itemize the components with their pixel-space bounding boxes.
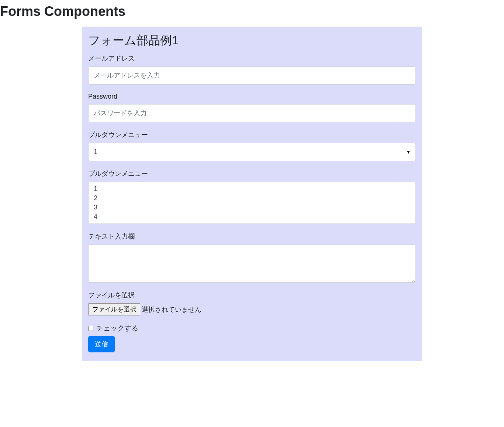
password-label: Password xyxy=(88,93,416,100)
select-multiple-option[interactable]: 3 xyxy=(89,203,415,212)
file-group: ファイルを選択 ファイルを選択 選択されていません xyxy=(88,291,416,315)
textarea-group: テキスト入力欄 xyxy=(88,232,416,283)
form-container: フォーム部品例1 メールアドレス Password プルダウンメニュー 1 プル… xyxy=(82,27,422,361)
select-single[interactable]: 1 xyxy=(88,143,416,161)
password-group: Password xyxy=(88,93,416,122)
textarea-label: テキスト入力欄 xyxy=(88,232,416,241)
select-single-label: プルダウンメニュー xyxy=(88,130,416,139)
select-multiple-option[interactable]: 2 xyxy=(89,194,415,203)
checkbox-label: チェックする xyxy=(96,324,138,333)
submit-button[interactable]: 送信 xyxy=(88,336,115,352)
select-multiple-group: プルダウンメニュー 1 2 3 4 xyxy=(88,169,416,224)
file-select-button[interactable]: ファイルを選択 xyxy=(88,303,140,315)
form-header: フォーム部品例1 xyxy=(88,33,416,49)
textarea-input[interactable] xyxy=(88,245,416,283)
select-multiple[interactable]: 1 2 3 4 xyxy=(88,182,416,224)
email-group: メールアドレス xyxy=(88,54,416,85)
select-single-group: プルダウンメニュー 1 xyxy=(88,130,416,161)
select-multiple-label: プルダウンメニュー xyxy=(88,169,416,178)
checkbox-input[interactable] xyxy=(88,326,93,331)
email-label: メールアドレス xyxy=(88,54,416,63)
select-multiple-option[interactable]: 4 xyxy=(89,212,415,221)
file-status-text: 選択されていません xyxy=(142,305,201,314)
page-title: Forms Components xyxy=(0,4,504,19)
checkbox-group: チェックする xyxy=(88,324,416,333)
select-multiple-option[interactable]: 1 xyxy=(89,184,415,194)
email-input[interactable] xyxy=(88,66,416,85)
password-input[interactable] xyxy=(88,104,416,122)
file-label: ファイルを選択 xyxy=(88,291,416,300)
